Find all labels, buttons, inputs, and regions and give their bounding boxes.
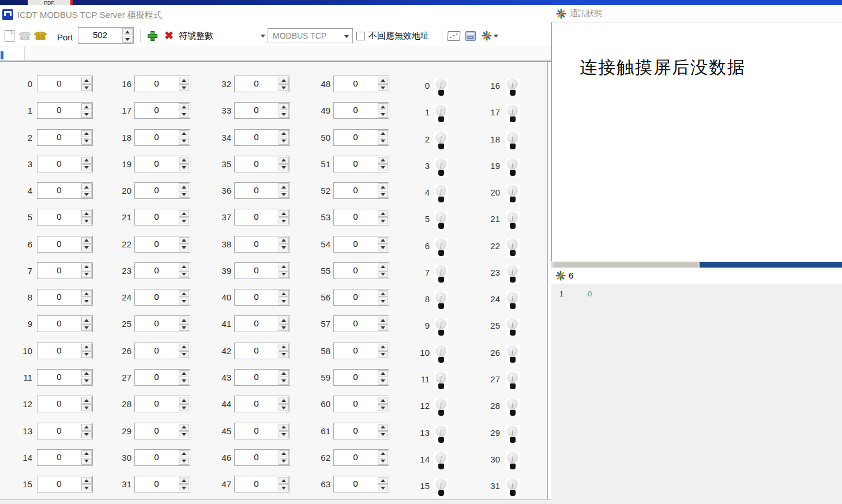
register-spinner[interactable]: 0	[37, 449, 93, 466]
register-spinner[interactable]: 0	[333, 315, 389, 332]
register-spinner[interactable]: 0	[37, 396, 93, 412]
spin-down-button[interactable]	[279, 164, 289, 171]
spin-up-button[interactable]	[279, 450, 289, 457]
spin-down-button[interactable]	[179, 138, 189, 145]
spin-down-button[interactable]	[378, 164, 388, 171]
register-spinner[interactable]: 0	[37, 423, 93, 439]
spin-down-button[interactable]	[279, 111, 289, 118]
spin-down-button[interactable]	[81, 458, 92, 465]
coil-lamp-icon[interactable]	[506, 104, 520, 123]
register-spinner[interactable]: 0	[333, 262, 389, 279]
spin-up-button[interactable]	[279, 77, 289, 84]
calculator-button[interactable]	[464, 28, 478, 44]
spin-down-button[interactable]	[378, 324, 388, 331]
register-spinner[interactable]: 0	[333, 182, 389, 199]
spin-down-button[interactable]	[279, 351, 289, 358]
coil-lamp-icon[interactable]	[506, 78, 520, 96]
coil-lamp-icon[interactable]	[434, 291, 448, 310]
register-spinner[interactable]: 0	[234, 76, 290, 92]
checkbox-icon[interactable]	[356, 32, 365, 40]
spin-down-button[interactable]	[279, 138, 289, 145]
spin-down-button[interactable]	[279, 298, 289, 304]
spin-up-button[interactable]	[81, 450, 92, 457]
register-spinner[interactable]: 0	[234, 156, 290, 172]
register-spinner[interactable]: 0	[333, 343, 389, 359]
coil-lamp-icon[interactable]	[434, 452, 448, 470]
spin-down-button[interactable]	[81, 431, 92, 438]
coil-lamp-icon[interactable]	[434, 371, 448, 390]
spin-down-button[interactable]	[179, 84, 189, 91]
spin-up-button[interactable]	[81, 210, 92, 217]
spin-down-button[interactable]	[179, 431, 189, 438]
register-spinner[interactable]: 0	[134, 369, 190, 386]
spin-up-button[interactable]	[81, 237, 92, 244]
horizontal-scrollbar[interactable]	[551, 261, 842, 268]
spin-up-button[interactable]	[179, 103, 189, 110]
spin-down-button[interactable]	[179, 351, 189, 358]
register-spinner[interactable]: 0	[37, 209, 93, 225]
register-spinner[interactable]: 0	[134, 182, 190, 199]
register-spinner[interactable]: 0	[333, 289, 389, 306]
coil-lamp-icon[interactable]	[434, 131, 448, 150]
register-spinner[interactable]: 0	[134, 236, 190, 253]
spin-down-button[interactable]	[378, 404, 388, 411]
register-spinner[interactable]: 0	[134, 315, 190, 332]
spin-up-button[interactable]	[378, 290, 388, 297]
coil-lamp-icon[interactable]	[506, 398, 520, 416]
spin-down-button[interactable]	[279, 245, 289, 251]
spin-up-button[interactable]	[279, 290, 289, 297]
register-spinner[interactable]: 0	[333, 396, 389, 412]
spin-up-button[interactable]	[179, 290, 189, 297]
coil-lamp-icon[interactable]	[506, 131, 520, 150]
spin-up-button[interactable]	[81, 130, 92, 137]
spin-up-button[interactable]	[179, 397, 189, 404]
spin-up-button[interactable]	[279, 237, 289, 244]
register-spinner[interactable]: 0	[234, 262, 290, 279]
register-spinner[interactable]: 0	[37, 343, 93, 359]
add-button[interactable]	[145, 28, 159, 44]
new-file-button[interactable]	[2, 28, 16, 44]
status-windows-button[interactable]	[480, 28, 499, 44]
spin-down-button[interactable]	[179, 378, 189, 385]
spin-down-button[interactable]	[179, 191, 189, 198]
spin-up-button[interactable]	[179, 183, 189, 190]
spin-down-button[interactable]	[179, 245, 189, 251]
spin-down-button[interactable]	[279, 84, 289, 91]
register-spinner[interactable]: 0	[234, 396, 290, 412]
disconnect-button[interactable]: ☎	[17, 28, 32, 44]
register-spinner[interactable]: 0	[134, 396, 190, 412]
coil-lamp-icon[interactable]	[434, 398, 448, 416]
spin-up-button[interactable]	[279, 183, 289, 190]
spin-down-button[interactable]	[378, 431, 388, 438]
spin-down-button[interactable]	[279, 378, 289, 385]
spin-up-button[interactable]	[179, 317, 189, 324]
spin-down-button[interactable]	[81, 111, 92, 118]
register-spinner[interactable]: 0	[37, 129, 93, 146]
spin-up-button[interactable]	[81, 157, 92, 164]
spin-up-button[interactable]	[179, 77, 189, 84]
register-spinner[interactable]: 0	[333, 102, 389, 119]
register-spinner[interactable]: 0	[134, 289, 190, 306]
coil-lamp-icon[interactable]	[434, 238, 448, 257]
register-spinner[interactable]: 0	[134, 262, 190, 279]
no-reply-checkbox-group[interactable]: 不回應無效地址	[356, 31, 429, 42]
data-format-dropdown[interactable]: 符號整數	[176, 29, 265, 43]
coil-lamp-icon[interactable]	[434, 104, 448, 123]
coil-lamp-icon[interactable]	[434, 158, 448, 176]
spin-up-button[interactable]	[179, 370, 189, 377]
spin-down-button[interactable]	[279, 271, 289, 278]
spin-down-button[interactable]	[81, 298, 92, 304]
spin-down-button[interactable]	[179, 324, 189, 331]
spin-up-button[interactable]	[279, 157, 289, 164]
register-spinner[interactable]: 0	[333, 423, 389, 439]
coil-lamp-icon[interactable]	[506, 371, 520, 390]
spin-down-button[interactable]	[81, 404, 92, 411]
status-panel-header[interactable]: 通訊狀態	[551, 5, 842, 22]
spin-up-button[interactable]	[378, 344, 388, 351]
spin-down-button[interactable]	[81, 217, 92, 224]
delete-button[interactable]: ✖	[162, 28, 176, 44]
spin-up-button[interactable]	[378, 130, 388, 137]
spin-up-button[interactable]	[378, 77, 388, 84]
spin-down-button[interactable]	[378, 217, 388, 224]
register-spinner[interactable]: 0	[134, 102, 190, 119]
